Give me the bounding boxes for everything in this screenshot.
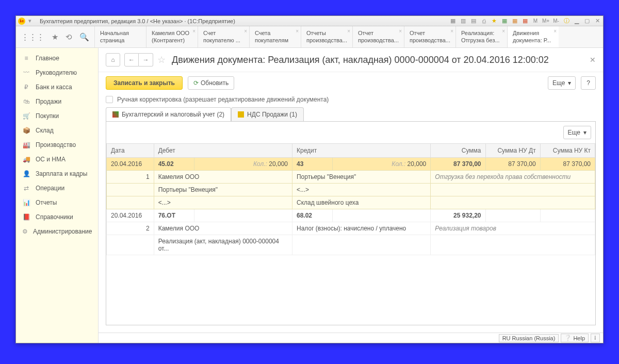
- sidebar-item[interactable]: 🛒Покупки: [16, 109, 98, 123]
- sidebar-icon: 🏭: [22, 141, 30, 148]
- chevron-down-icon: ▾: [583, 129, 587, 136]
- sidebar-item[interactable]: ⚙Администрирование: [16, 224, 98, 239]
- cell-note: [431, 184, 595, 196]
- help-indicator[interactable]: ❔Help: [561, 334, 589, 342]
- close-page-icon[interactable]: ✕: [590, 56, 596, 64]
- tab-close-icon[interactable]: ×: [244, 28, 247, 35]
- tab-close-icon[interactable]: ×: [502, 28, 505, 35]
- toolbar-icon[interactable]: ▥: [460, 18, 467, 25]
- sidebar-item[interactable]: ≡Главное: [16, 51, 98, 65]
- sidebar-item[interactable]: 📦Склад: [16, 123, 98, 138]
- cell-dt-sub: Камелия ООО: [154, 171, 292, 184]
- sidebar-item[interactable]: ⇄Операции: [16, 181, 98, 195]
- sidebar-item[interactable]: 🛍Продажи: [16, 94, 98, 109]
- sidebar-item[interactable]: 🚚ОС и НМА: [16, 152, 98, 167]
- nav-tab[interactable]: Счетапокупателям×: [249, 26, 301, 47]
- nav-tab[interactable]: Отчетыпроизводства...×: [301, 26, 352, 47]
- m-btn[interactable]: M: [532, 18, 539, 25]
- help-button[interactable]: ?: [581, 76, 596, 90]
- tab-close-icon[interactable]: ×: [347, 28, 350, 35]
- sidebar: ≡Главное〰Руководителю₽Банк и касса🛍Прода…: [16, 48, 99, 343]
- chevron-down-icon: ▾: [568, 79, 571, 87]
- status-menu[interactable]: ⁞: [591, 334, 600, 342]
- more-button[interactable]: Еще▾: [548, 76, 576, 90]
- minimize-icon[interactable]: ▁: [573, 18, 580, 25]
- m-minus-btn[interactable]: M-: [552, 18, 560, 25]
- sidebar-item[interactable]: 🏭Производство: [16, 138, 98, 152]
- toolbar-icon[interactable]: ▦: [449, 18, 457, 25]
- close-icon[interactable]: ✕: [594, 18, 601, 25]
- m-plus-btn[interactable]: M+: [542, 18, 549, 25]
- tab-vat-sales[interactable]: НДС Продажи (1): [231, 107, 304, 121]
- maximize-icon[interactable]: ▢: [583, 18, 591, 25]
- star-icon[interactable]: ★: [52, 32, 58, 42]
- toolbar-icon[interactable]: ▦: [522, 18, 529, 25]
- nav-tab[interactable]: Камелия ООО(Контрагент)×: [146, 26, 198, 47]
- cell-kt-acc: 43: [292, 158, 332, 171]
- favorite-icon[interactable]: ★: [491, 18, 498, 25]
- cell-dt-sub: Реализация (акт, накладная) 0000-000004 …: [154, 235, 292, 255]
- toolbar-icon[interactable]: ▦: [501, 18, 508, 25]
- toolbar-icon[interactable]: ⎙: [480, 18, 487, 25]
- main-window: 1c ▾ Бухгалтерия предприятия, редакция 3…: [15, 15, 604, 343]
- tab-close-icon[interactable]: ×: [192, 28, 196, 35]
- apps-icon[interactable]: ⋮⋮⋮: [21, 32, 44, 42]
- sidebar-item[interactable]: 👤Зарплата и кадры: [16, 167, 98, 181]
- nav-tab[interactable]: Счетпокупателю ...×: [198, 26, 249, 47]
- sidebar-item[interactable]: 📕Справочники: [16, 210, 98, 224]
- cell-nu-kt: 87 370,00: [540, 158, 595, 171]
- save-and-close-button[interactable]: Записать и закрыть: [106, 76, 183, 90]
- nav-tab[interactable]: Отчетпроизводства...×: [404, 26, 455, 47]
- dropdown-icon[interactable]: ▾: [28, 18, 36, 25]
- sidebar-item[interactable]: 〰Руководителю: [16, 65, 98, 80]
- cell-kt-sub: Склад швейного цеха: [292, 196, 430, 209]
- nav-tab[interactable]: Отчетпроизводства...×: [352, 26, 404, 47]
- col-sum: Сумма: [431, 144, 485, 158]
- tab-close-icon[interactable]: ×: [399, 28, 402, 35]
- col-debit: Дебет: [154, 144, 292, 158]
- content-area: ⌂ ← → ☆ Движения документа: Реализация (…: [99, 48, 603, 343]
- grid-more-button[interactable]: Еще▾: [563, 126, 591, 139]
- cell-kt-sub: Налог (взносы): начислено / уплачено: [292, 222, 430, 235]
- sidebar-icon: ⇄: [22, 185, 30, 192]
- help-icon: ❔: [564, 335, 572, 341]
- search-icon[interactable]: 🔍: [79, 32, 89, 42]
- sidebar-icon: 〰: [22, 69, 30, 76]
- sidebar-icon: 🛒: [22, 112, 30, 120]
- sidebar-item[interactable]: ₽Банк и касса: [16, 80, 98, 94]
- cell-note: Отгрузка без перехода права собственност…: [431, 171, 595, 184]
- language-indicator[interactable]: RU Russian (Russia): [499, 334, 559, 342]
- nav-tab[interactable]: Реализация:Отгрузка без...×: [455, 26, 507, 47]
- history-icon[interactable]: ⟲: [66, 32, 72, 42]
- vat-icon: [238, 111, 244, 118]
- app-icon: 1c: [18, 18, 25, 25]
- tab-close-icon[interactable]: ×: [450, 28, 453, 35]
- home-button[interactable]: ⌂: [106, 53, 120, 67]
- cell-kt-qty: [333, 209, 431, 222]
- forward-button[interactable]: →: [139, 53, 153, 67]
- nav-tab[interactable]: Движениядокумента: Р...×: [507, 26, 559, 47]
- refresh-button[interactable]: ⟳Обновить: [188, 76, 234, 90]
- sidebar-item[interactable]: 📊Отчеты: [16, 195, 98, 210]
- tab-close-icon[interactable]: ×: [296, 28, 299, 35]
- refresh-icon: ⟳: [193, 79, 199, 87]
- info-icon[interactable]: ⓘ: [563, 18, 570, 25]
- sidebar-icon: ⚙: [22, 228, 28, 235]
- tab-accounting[interactable]: Бухгалтерский и налоговый учет (2): [106, 107, 231, 121]
- toolbar-icon[interactable]: ▦: [511, 18, 518, 25]
- cell-note: [431, 235, 595, 255]
- sidebar-icon: ≡: [22, 55, 30, 62]
- cell-kt-sub: Портьеры "Венеция": [292, 171, 430, 184]
- titlebar: 1c ▾ Бухгалтерия предприятия, редакция 3…: [16, 16, 603, 26]
- tab-close-icon[interactable]: ×: [553, 28, 557, 35]
- manual-edit-label: Ручная корректировка (разрешает редактир…: [117, 96, 329, 103]
- back-button[interactable]: ←: [124, 53, 139, 67]
- favorite-star-icon[interactable]: ☆: [157, 54, 166, 65]
- cell-sum: 87 370,00: [431, 158, 485, 171]
- sidebar-icon: 🛍: [22, 98, 30, 105]
- sidebar-icon: 🚚: [22, 156, 30, 163]
- manual-edit-checkbox[interactable]: [106, 96, 113, 103]
- postings-grid[interactable]: Дата Дебет Кредит Сумма Сумма НУ Дт Сумм…: [106, 143, 595, 325]
- toolbar-icon[interactable]: ▤: [470, 18, 477, 25]
- nav-tab[interactable]: Начальнаястраница: [94, 26, 146, 47]
